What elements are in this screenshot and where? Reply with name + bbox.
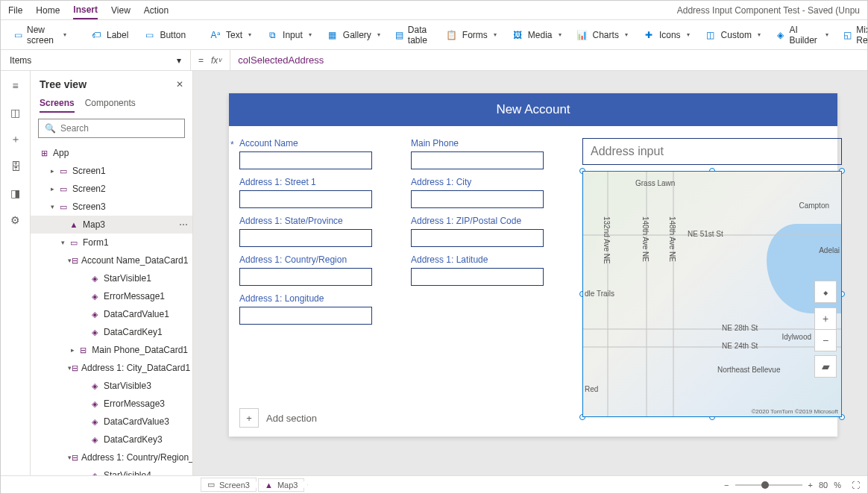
tree-item[interactable]: ▸⊟Main Phone_DataCard1 (31, 341, 192, 359)
media-button[interactable]: 🖼Media▾ (506, 26, 567, 44)
tree-item[interactable]: ▾⊟Address 1: Country/Region_DataCard (31, 448, 192, 466)
gallery-icon: ▦ (327, 29, 339, 41)
field-input[interactable] (239, 190, 372, 208)
label-button[interactable]: 🏷Label (84, 26, 134, 44)
tree-item[interactable]: ◈DataCardValue3 (31, 413, 192, 431)
property-selector[interactable]: Items▾ (1, 50, 191, 70)
more-icon[interactable]: ⋯ (179, 219, 188, 230)
field-input[interactable] (239, 229, 372, 247)
field-label: Address 1: Longitude (239, 293, 399, 304)
tree-item[interactable]: ▾▭Form1 (31, 234, 192, 251)
tree-app[interactable]: ⊞ App (31, 144, 192, 162)
zoom-out-button[interactable]: − (724, 481, 729, 490)
input-button[interactable]: ⧉Input▾ (260, 26, 318, 44)
forms-button[interactable]: 📋Forms▾ (440, 26, 503, 44)
field-label: Address 1: ZIP/Postal Code (411, 216, 570, 226)
tree-item[interactable]: ◈DataCardKey3 (31, 431, 192, 448)
ctl-icon: ◈ (89, 272, 101, 284)
screen-icon: ▭ (57, 165, 69, 177)
map-zoom-out-button[interactable]: − (814, 329, 837, 351)
form-field: Main Phone (411, 138, 570, 169)
text-button[interactable]: AᵃText▾ (204, 26, 257, 44)
map-compass-button[interactable]: ⬥ (814, 281, 837, 303)
insert-rail-button[interactable]: ◫ (7, 104, 25, 122)
address-input[interactable]: Address input (582, 138, 842, 165)
mr-icon: ◱ (843, 29, 852, 41)
ctl-icon: ◈ (89, 308, 101, 320)
tree-item[interactable]: ▸▭Screen1 (31, 162, 192, 180)
form-icon: ▭ (68, 237, 80, 248)
tab-components[interactable]: Components (85, 95, 136, 113)
mixed-reality-button[interactable]: ◱Mixed Reality▾ (837, 22, 868, 49)
close-icon[interactable]: ✕ (176, 79, 183, 90)
fit-button[interactable]: ⛶ (852, 481, 860, 490)
field-input[interactable] (411, 229, 544, 247)
tree-item[interactable]: ▸▭Screen2 (31, 180, 192, 198)
tree-item[interactable]: ▾▭Screen3 (31, 198, 192, 216)
tab-screens[interactable]: Screens (40, 95, 75, 113)
icons-icon: ✚ (643, 29, 655, 41)
map-label: Red (585, 385, 598, 393)
search-input[interactable] (60, 123, 178, 134)
button-button[interactable]: ▭Button (137, 26, 192, 44)
breadcrumb-selected[interactable]: ▲Map3 (258, 478, 304, 492)
icons-button[interactable]: ✚Icons▾ (637, 26, 696, 44)
menu-action[interactable]: Action (144, 2, 169, 19)
menu-insert[interactable]: Insert (73, 1, 98, 19)
input-icon: ⧉ (266, 29, 278, 41)
tree-item[interactable]: ▾⊟Account Name_DataCard1 (31, 251, 192, 269)
map-control[interactable]: Grass Lawn Campton Adelai dle Trails Idy… (582, 171, 842, 417)
tree-view-title: Tree view (40, 78, 87, 90)
add-rail-button[interactable]: ＋ (7, 131, 25, 148)
data-rail-button[interactable]: 🗄 (7, 157, 25, 175)
map-label: Campton (799, 201, 829, 210)
zoom-slider[interactable] (735, 484, 802, 486)
tree-search[interactable]: 🔍 (38, 119, 185, 138)
media-rail-button[interactable]: ◨ (7, 184, 25, 202)
data-table-button[interactable]: ▤Data table (389, 22, 437, 49)
menu-home[interactable]: Home (36, 2, 60, 19)
card-icon: ⊟ (72, 451, 78, 463)
gallery-button[interactable]: ▦Gallery▾ (321, 26, 386, 44)
advanced-rail-button[interactable]: ⚙ (7, 211, 25, 229)
zoom-in-button[interactable]: + (808, 481, 813, 490)
zoom-value: 80 (819, 481, 828, 490)
tree-item[interactable]: ◈DataCardValue1 (31, 305, 192, 323)
formula-input[interactable]: colSelectedAddress (230, 54, 331, 66)
custom-button[interactable]: ◫Custom▾ (699, 26, 767, 44)
menu-file[interactable]: File (8, 2, 22, 19)
ctl-icon: ◈ (89, 469, 101, 475)
menu-view[interactable]: View (111, 2, 130, 19)
form-canvas[interactable]: New Account *Account NameAddress 1: Stre… (229, 93, 837, 437)
breadcrumb-screen[interactable]: ▭Screen3 (201, 478, 257, 492)
ai-builder-button[interactable]: ◈AI Builder▾ (770, 22, 834, 49)
field-input[interactable] (411, 190, 544, 208)
tree-item[interactable]: ◈StarVisible3 (31, 377, 192, 395)
formula-bar: Items▾ = fx∨ colSelectedAddress (1, 50, 867, 71)
new-screen-button[interactable]: ▭New screen▾ (8, 22, 72, 49)
field-input[interactable] (411, 151, 544, 169)
tree-view-rail-button[interactable]: ≡ (7, 77, 25, 95)
form-field: *Account Name (239, 138, 399, 169)
zoom-control[interactable]: − + 80 % ⛶ (724, 481, 860, 490)
field-input[interactable] (239, 268, 372, 286)
add-section-button[interactable]: + Add section (239, 408, 317, 428)
tree-item[interactable]: ▲Map3⋯ (31, 216, 192, 234)
tree-item[interactable]: ◈DataCardKey1 (31, 323, 192, 341)
tree-item[interactable]: ◈ErrorMessage1 (31, 287, 192, 305)
form-field: Address 1: Latitude (411, 254, 570, 286)
map-pitch-button[interactable]: ▰ (814, 355, 837, 378)
tree: ⊞ App ▸▭Screen1▸▭Screen2▾▭Screen3▲Map3⋯▾… (31, 144, 192, 475)
field-input[interactable] (239, 151, 372, 169)
tree-item[interactable]: ◈ErrorMessage3 (31, 395, 192, 413)
charts-button[interactable]: 📊Charts▾ (570, 26, 634, 44)
ctl-icon: ◈ (89, 290, 101, 302)
tree-item[interactable]: ▾⊟Address 1: City_DataCard1 (31, 359, 192, 377)
field-input[interactable] (411, 268, 544, 286)
field-input[interactable] (239, 307, 372, 325)
tree-item[interactable]: ◈StarVisible4 (31, 466, 192, 475)
map-zoom-in-button[interactable]: + (814, 307, 837, 330)
map-icon: ▲ (68, 219, 80, 231)
screen-icon: ▭ (207, 480, 215, 490)
tree-item[interactable]: ◈StarVisible1 (31, 269, 192, 287)
